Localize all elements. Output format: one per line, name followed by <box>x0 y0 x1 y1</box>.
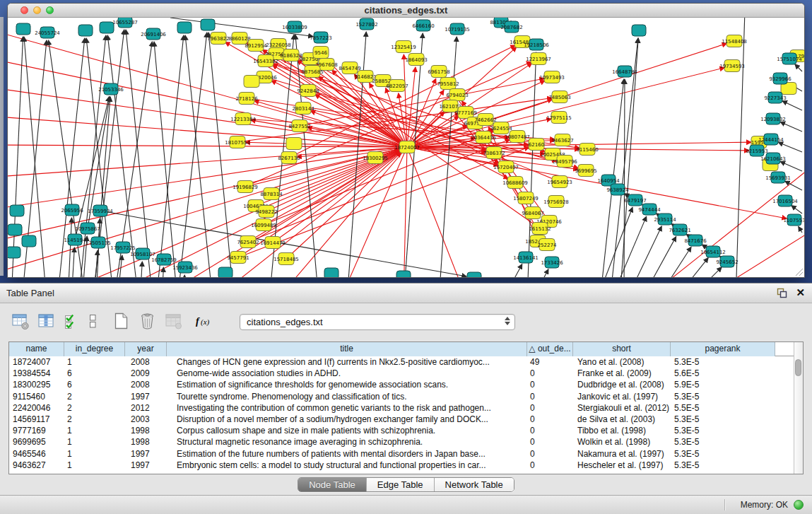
new-document-button[interactable] <box>112 312 130 332</box>
new-document-icon <box>112 312 130 330</box>
column-header-in_degree[interactable]: in_degree <box>64 342 125 356</box>
graph-node-label: 24055724 <box>35 30 60 36</box>
graph-node-label: 14136141 <box>513 255 539 261</box>
graph-node[interactable] <box>22 235 36 247</box>
graph-node[interactable] <box>396 271 411 277</box>
graph-node[interactable] <box>324 268 339 277</box>
cell: 5.3E-5 <box>671 425 775 436</box>
graph-node[interactable] <box>467 272 481 277</box>
memory-status-light[interactable] <box>794 500 804 510</box>
cell: 18724007 <box>9 356 64 368</box>
spinner-arrows-icon <box>505 317 510 325</box>
resize-grip-icon[interactable] <box>794 267 804 276</box>
cell: 14569117 <box>9 414 64 425</box>
trash-icon <box>138 312 157 330</box>
cell: 0 <box>527 391 573 402</box>
column-header-pagerank[interactable]: pagerank <box>671 342 775 356</box>
graph-node[interactable] <box>286 138 302 150</box>
table-selector[interactable]: citations_edges.txt <box>240 314 515 330</box>
window-titlebar[interactable]: citations_edges.txt <box>8 4 804 18</box>
table-panel-header[interactable]: Table Panel ✕ <box>0 284 812 303</box>
graph-node-label: 2087682 <box>500 25 522 30</box>
graph-edge <box>286 152 401 259</box>
graph-node[interactable] <box>8 247 20 258</box>
citation-network-graph[interactable]: 1872400779638228860128891295423226058982… <box>8 18 804 277</box>
select-all-columns-button[interactable] <box>64 313 79 332</box>
table-row[interactable]: 977716911998Corpus callosum shape and si… <box>9 425 794 436</box>
cell: Investigating the contribution of common… <box>167 402 527 414</box>
graph-node-label: 18107554 <box>225 140 250 146</box>
table-row[interactable]: 1872400712008Changes of HCN gene express… <box>9 356 794 368</box>
cell: 22420046 <box>9 402 64 414</box>
table-row[interactable]: 2242004622012Investigating the contribut… <box>9 402 794 414</box>
graph-node[interactable] <box>78 25 93 36</box>
column-header-out_de[interactable]: △ out_de... <box>527 342 573 356</box>
graph-node-label: 9875685 <box>301 69 323 75</box>
graph-node-label: 20691406 <box>141 32 166 37</box>
graph-node[interactable] <box>201 19 215 30</box>
tab-node-table[interactable]: Node Table <box>298 478 366 491</box>
graph-edge <box>183 275 184 277</box>
table-panel: Table Panel ✕ <box>0 283 812 495</box>
cell: 0 <box>527 379 573 390</box>
show-columns-button[interactable] <box>37 313 56 332</box>
table-row[interactable]: 969969511998Structural magnetic resonanc… <box>9 436 794 448</box>
network-view-window[interactable]: citations_edges.txt 18724007796382288601… <box>7 3 805 278</box>
vertical-scrollbar[interactable] <box>794 342 803 474</box>
graph-node[interactable] <box>244 76 259 88</box>
table-row[interactable]: 946554611997Estimation of the future num… <box>9 448 794 460</box>
close-panel-icon[interactable]: ✕ <box>796 287 805 298</box>
graph-node[interactable] <box>218 267 233 277</box>
column-header-name[interactable]: name <box>9 342 64 356</box>
select-all-columns-icon <box>64 313 79 329</box>
unselect-all-columns-button[interactable] <box>87 313 98 332</box>
table-body: 1872400712008Changes of HCN gene express… <box>9 356 794 471</box>
cell: 1 <box>64 356 125 368</box>
cell: 2 <box>64 414 125 425</box>
table-row[interactable]: 911546021997Tourette syndrome. Phenomeno… <box>9 391 794 402</box>
graph-node-label: 17359934 <box>88 209 113 214</box>
graph-node-label: 12444154 <box>758 137 784 143</box>
graph-node[interactable] <box>100 22 114 33</box>
graph-node[interactable] <box>8 224 22 235</box>
graph-edge <box>68 218 71 277</box>
table-row[interactable]: 946362711997Embryonic stem cells: a mode… <box>9 460 794 471</box>
graph-node-label: 10688609 <box>502 180 528 186</box>
network-canvas[interactable]: 1872400779638228860128891295423226058982… <box>8 18 804 277</box>
table-row[interactable]: 1456911722003Disruption of a novel membe… <box>9 414 794 425</box>
graph-node-label: 16782759 <box>151 257 177 263</box>
graph-node-label: 19654923 <box>547 180 572 185</box>
table-row[interactable]: 1830029562008Estimation of significance … <box>9 379 794 390</box>
float-panel-icon[interactable] <box>776 287 787 298</box>
column-header-short[interactable]: short <box>573 342 671 356</box>
graph-node[interactable] <box>177 22 192 33</box>
graph-node-label: 1640954 <box>597 178 620 184</box>
cell: 49 <box>527 356 573 368</box>
scrollbar-thumb[interactable] <box>795 359 801 376</box>
graph-node-label: 9242848 <box>297 88 319 94</box>
delete-button[interactable] <box>138 312 157 332</box>
graph-node-label: 17975115 <box>546 115 572 121</box>
function-builder-button[interactable]: f (x) <box>195 313 216 332</box>
column-header-title[interactable]: title <box>167 342 527 356</box>
graph-edge <box>795 64 802 71</box>
graph-node[interactable] <box>16 23 30 35</box>
tab-network-table[interactable]: Network Table <box>434 478 514 491</box>
cell: Corpus callosum shape and size in male p… <box>167 425 527 436</box>
desktop-edge-strip <box>0 17 4 276</box>
tab-edge-table[interactable]: Edge Table <box>366 478 434 491</box>
graph-node-label: 15751074 <box>777 57 802 62</box>
table-settings-button[interactable] <box>11 313 30 332</box>
table-tabs: Node Table Edge Table Network Table <box>0 477 812 492</box>
graph-node-label: 10973493 <box>539 75 565 81</box>
import-table-button[interactable] <box>165 313 183 332</box>
table-row[interactable]: 1938455462009Genome-wide association stu… <box>9 368 794 379</box>
graph-edge <box>404 33 423 277</box>
graph-node[interactable] <box>632 25 646 36</box>
graph-node[interactable] <box>10 205 24 216</box>
graph-node-label: 3624554 <box>490 126 512 132</box>
cell: 1997 <box>125 460 167 471</box>
cell: de Silva et al. (2003) <box>573 414 671 425</box>
column-header-year[interactable]: year <box>125 342 167 356</box>
cell: 1 <box>64 460 125 471</box>
